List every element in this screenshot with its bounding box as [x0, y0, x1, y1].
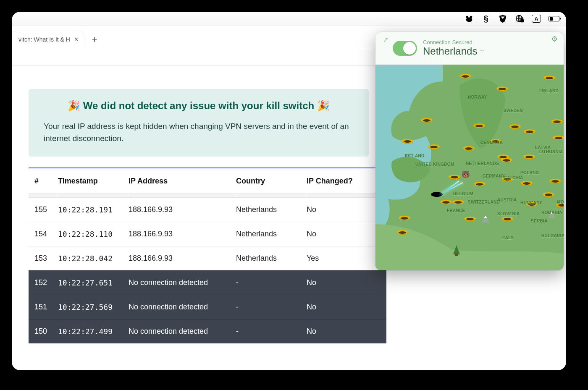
country-label[interactable]: SERBIA — [531, 219, 548, 223]
country-label[interactable]: MO — [557, 200, 564, 204]
cell-changed: Yes — [307, 246, 386, 270]
table-row: 15410:22:28.110188.166.9.93NetherlandsNo — [29, 222, 386, 246]
country-label[interactable]: FINLAND — [539, 89, 559, 93]
country-label[interactable]: POLAND — [520, 170, 539, 175]
country-label[interactable]: LITHUANIA — [539, 149, 563, 154]
server-pipe[interactable] — [396, 230, 408, 240]
country-label[interactable]: ROMANIA — [541, 210, 562, 215]
server-pipe[interactable] — [421, 118, 433, 128]
vpn-panel: ⤢ Connection Secured Netherlands ﹀ ⚙ 🐻 — [375, 32, 564, 270]
lock-globe-icon[interactable] — [515, 14, 524, 24]
country-label[interactable]: IRELAND — [405, 154, 425, 158]
close-icon[interactable]: × — [74, 36, 78, 43]
connection-toggle[interactable] — [393, 41, 417, 56]
vpn-header: ⤢ Connection Secured Netherlands ﹀ ⚙ — [375, 32, 564, 65]
col-number: # — [29, 168, 58, 194]
country-label[interactable]: AUSTRIA — [497, 198, 517, 202]
server-pipe[interactable] — [551, 119, 563, 129]
cell-number: 151 — [29, 295, 58, 319]
celebrate-icon: 🎉 — [317, 100, 330, 111]
country-label[interactable]: FRANCE — [447, 208, 465, 213]
menubar: § A — [12, 12, 566, 26]
tunnel-hole — [430, 191, 444, 197]
new-tab-button[interactable]: + — [88, 34, 101, 46]
cell-number: 154 — [29, 222, 58, 246]
cell-number: 153 — [29, 246, 58, 270]
malware-icon[interactable] — [498, 14, 507, 24]
col-changed: IP Changed? — [307, 168, 386, 194]
server-pipe[interactable] — [399, 216, 410, 226]
server-pipe[interactable] — [463, 146, 475, 156]
svg-rect-4 — [520, 19, 524, 22]
gear-icon[interactable]: ⚙ — [551, 34, 558, 44]
table-row: 15510:22:28.191188.166.9.93NetherlandsNo — [29, 197, 386, 222]
server-pipe[interactable] — [524, 129, 536, 139]
table-row: 15210:22:27.651No connection detected-No — [29, 270, 386, 295]
vpn-map[interactable]: 🐻 NORWAYSWEDENFINLANDDENMARKLATVIALITHUA… — [375, 65, 564, 270]
server-pipe[interactable] — [501, 217, 513, 227]
cell-country: - — [236, 295, 307, 319]
os-window: § A vitch: What Is It & H × + 🎉 W — [12, 12, 566, 370]
server-pipe[interactable] — [543, 76, 555, 86]
country-label[interactable]: HUNGARY — [520, 201, 542, 205]
country-label[interactable]: BULGARIA — [541, 233, 564, 238]
cell-timestamp: 10:22:28.110 — [58, 222, 129, 246]
tab-title: vitch: What Is It & H — [18, 36, 70, 43]
country-label[interactable]: DENMARK — [480, 140, 503, 145]
country-label[interactable]: SWEDEN — [504, 108, 523, 113]
server-pipe[interactable] — [496, 86, 508, 97]
country-label[interactable]: ITALY — [501, 236, 514, 240]
country-label[interactable]: SLOVENIA — [497, 212, 520, 216]
server-pipe[interactable] — [473, 123, 485, 133]
server-pipe[interactable] — [543, 192, 554, 202]
cell-country: Netherlands — [236, 222, 307, 246]
cell-country: - — [236, 270, 307, 295]
table-header-row: # Timestamp IP Address Country IP Change… — [29, 168, 386, 194]
server-pipe[interactable] — [509, 124, 521, 134]
country-label[interactable]: SWITZERLAND — [468, 200, 500, 204]
server-pipe[interactable] — [459, 74, 471, 84]
cell-changed: No — [307, 222, 386, 246]
server-pipe[interactable] — [428, 144, 440, 154]
expand-icon[interactable]: ⤢ — [383, 36, 388, 44]
cell-country: - — [236, 319, 307, 343]
server-pipe[interactable] — [464, 217, 476, 227]
cell-timestamp: 10:22:27.651 — [58, 270, 129, 295]
cell-timestamp: 10:22:27.569 — [58, 295, 129, 319]
vpn-title-block: Connection Secured Netherlands ﹀ — [423, 39, 545, 57]
results-table: # Timestamp IP Address Country IP Change… — [29, 168, 386, 343]
server-pipe[interactable] — [402, 139, 413, 149]
battery-icon[interactable] — [549, 16, 559, 21]
server-pipe[interactable] — [474, 182, 486, 192]
cell-changed: No — [307, 295, 386, 319]
col-country: Country — [236, 168, 307, 194]
input-source-indicator[interactable]: A — [532, 15, 541, 23]
server-pipe[interactable] — [523, 154, 535, 165]
server-pipe[interactable] — [501, 158, 512, 168]
vpn-country-selector[interactable]: Netherlands ﹀ — [423, 45, 545, 57]
server-pipe[interactable] — [553, 136, 564, 146]
mountain-icon — [481, 216, 490, 222]
section-icon[interactable]: § — [481, 14, 491, 24]
vpn-status-label: Connection Secured — [423, 39, 545, 45]
country-label[interactable]: NORWAY — [468, 95, 487, 99]
country-label[interactable]: GERMANY — [483, 174, 505, 178]
banner-subtitle: Your real IP address is kept hidden when… — [44, 120, 354, 145]
server-pipe[interactable] — [549, 179, 561, 189]
country-label[interactable]: NETHERLANDS — [466, 161, 499, 166]
table-row: 15010:22:27.499No connection detected-No — [29, 319, 386, 343]
bear-marker: 🐻 — [462, 170, 470, 178]
cell-ip: No connection detected — [129, 270, 236, 295]
cell-changed: No — [307, 270, 386, 295]
banner-title: 🎉 We did not detect any issue with your … — [44, 100, 354, 112]
server-pipe[interactable] — [521, 181, 533, 191]
bear-icon[interactable] — [465, 14, 474, 24]
country-label[interactable]: CZECHIA — [504, 175, 523, 180]
cell-timestamp: 10:22:27.499 — [58, 319, 129, 343]
country-label[interactable]: UNITED KINGDOM — [415, 162, 454, 167]
cell-number: 155 — [29, 197, 58, 222]
cell-ip: 188.166.9.93 — [129, 246, 236, 270]
browser-tab[interactable]: vitch: What Is It & H × — [12, 31, 84, 48]
server-pipe[interactable] — [449, 175, 460, 185]
country-label[interactable]: BELGIUM — [453, 191, 473, 196]
